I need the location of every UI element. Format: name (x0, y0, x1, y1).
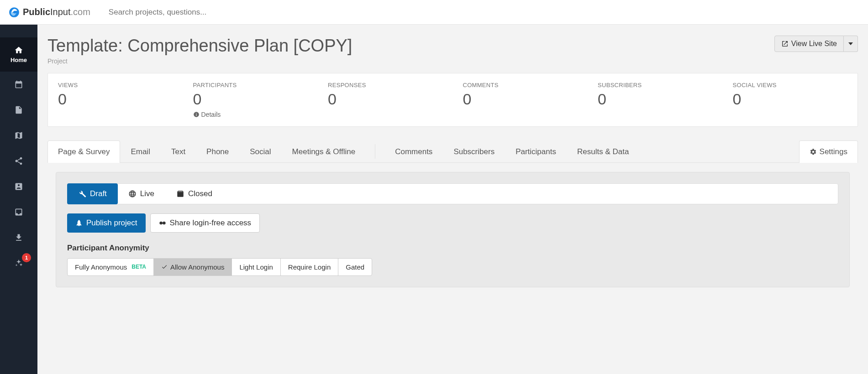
tab-settings-label: Settings (820, 147, 847, 156)
contacts-icon (14, 182, 23, 191)
sidebar-item-map[interactable] (0, 123, 37, 148)
action-row: Publish project Share login-free access (67, 213, 838, 233)
status-closed-button[interactable]: Closed (165, 184, 223, 204)
gear-icon (810, 148, 817, 156)
tools-icon (78, 190, 86, 198)
sidebar-item-calendar[interactable] (0, 72, 37, 97)
tab-text[interactable]: Text (161, 140, 196, 163)
stat-social-views: SOCIAL VIEWS 0 (723, 73, 858, 126)
sidebar-item-home[interactable]: Home (0, 37, 37, 72)
share-label: Share login-free access (170, 218, 252, 228)
anonymity-heading: Participant Anonymity (67, 244, 838, 253)
anon-light-label: Light Login (239, 263, 273, 271)
stat-label: SUBSCRIBERS (598, 82, 713, 88)
sidebar-item-document[interactable] (0, 97, 37, 123)
page-title: Template: Comprehensive Plan [COPY] (47, 36, 352, 57)
stat-value: 0 (598, 90, 713, 108)
anon-require-button[interactable]: Require Login (281, 259, 338, 275)
view-live-btn-group: View Live Site (774, 36, 858, 52)
publish-button[interactable]: Publish project (67, 213, 146, 233)
tab-bar: Page & Survey Email Text Phone Social Me… (47, 140, 858, 163)
home-icon (14, 46, 23, 55)
sparkle-icon (14, 259, 23, 268)
anon-require-label: Require Login (288, 263, 331, 271)
brand-logo-link[interactable]: PublicInput.com (8, 6, 90, 18)
page-header: Template: Comprehensive Plan [COPY] Proj… (37, 36, 868, 73)
status-live-label: Live (140, 189, 154, 198)
stat-views: VIEWS 0 (48, 73, 183, 126)
glasses-icon (159, 219, 166, 227)
calendar-icon (14, 80, 23, 89)
view-live-label: View Live Site (791, 40, 837, 48)
stat-value: 0 (463, 90, 578, 108)
sidebar: Home 1 (0, 25, 37, 374)
tab-page-survey[interactable]: Page & Survey (47, 140, 120, 163)
beta-badge: BETA (132, 264, 146, 270)
search-input[interactable] (109, 8, 337, 17)
stat-details-label: Details (201, 111, 221, 118)
sidebar-item-inbox[interactable] (0, 199, 37, 225)
status-draft-button[interactable]: Draft (67, 183, 118, 204)
status-live-button[interactable]: Live (117, 184, 165, 204)
share-icon (14, 156, 23, 166)
anon-gated-label: Gated (346, 263, 364, 271)
stat-details-button[interactable]: Details (193, 111, 308, 118)
sidebar-item-label: Home (11, 57, 27, 63)
stat-label: COMMENTS (463, 82, 578, 88)
external-link-icon (781, 40, 789, 47)
anon-fully-label: Fully Anonymous (75, 263, 127, 271)
view-live-dropdown-button[interactable] (844, 36, 858, 52)
caret-down-icon (848, 42, 853, 46)
tab-subscribers[interactable]: Subscribers (443, 140, 505, 163)
tab-comments[interactable]: Comments (384, 140, 443, 163)
stats-row: VIEWS 0 PARTICIPANTS 0 Details RESPONSES… (47, 73, 858, 127)
stat-subscribers: SUBSCRIBERS 0 (588, 73, 723, 126)
topbar: PublicInput.com (0, 0, 868, 25)
sidebar-item-share[interactable] (0, 148, 37, 174)
document-icon (14, 105, 23, 114)
status-closed-label: Closed (188, 189, 212, 198)
anon-fully-button[interactable]: Fully Anonymous BETA (68, 259, 154, 275)
stat-responses: RESPONSES 0 (318, 73, 453, 126)
tab-participants[interactable]: Participants (505, 140, 567, 163)
check-icon (161, 264, 168, 270)
tab-social[interactable]: Social (239, 140, 281, 163)
main-content: Template: Comprehensive Plan [COPY] Proj… (37, 25, 868, 374)
status-draft-label: Draft (90, 189, 107, 198)
publish-label: Publish project (86, 218, 137, 228)
download-icon (14, 233, 23, 242)
stat-participants: PARTICIPANTS 0 Details (183, 73, 318, 126)
tab-results[interactable]: Results & Data (567, 140, 639, 163)
tab-meetings[interactable]: Meetings & Offline (282, 140, 366, 163)
stat-label: VIEWS (58, 82, 173, 88)
globe-icon (128, 190, 137, 198)
tab-email[interactable]: Email (120, 140, 161, 163)
stat-label: PARTICIPANTS (193, 82, 308, 88)
stat-value: 0 (58, 90, 173, 108)
stat-comments: COMMENTS 0 (453, 73, 588, 126)
stat-value: 0 (733, 90, 848, 108)
share-access-button[interactable]: Share login-free access (150, 213, 260, 233)
tab-divider (375, 144, 375, 159)
page-subtitle: Project (47, 57, 352, 65)
view-live-site-button[interactable]: View Live Site (774, 36, 844, 52)
stat-value: 0 (193, 90, 308, 108)
anon-light-button[interactable]: Light Login (232, 259, 280, 275)
archive-icon (176, 190, 184, 198)
anon-allow-label: Allow Anonymous (170, 263, 224, 271)
sidebar-item-sparkle[interactable]: 1 (0, 250, 37, 276)
sidebar-item-download[interactable] (0, 225, 37, 250)
stat-value: 0 (328, 90, 443, 108)
inbox-icon (14, 208, 23, 217)
anon-gated-button[interactable]: Gated (338, 259, 372, 275)
brand-text: PublicInput.com (23, 7, 90, 17)
stat-label: RESPONSES (328, 82, 443, 88)
brand-logo-icon (8, 6, 20, 18)
tab-settings[interactable]: Settings (799, 140, 858, 163)
tab-phone[interactable]: Phone (196, 140, 239, 163)
anonymity-options: Fully Anonymous BETA Allow Anonymous Lig… (67, 258, 372, 276)
stat-label: SOCIAL VIEWS (733, 82, 848, 88)
notification-badge: 1 (22, 253, 31, 262)
sidebar-item-contacts[interactable] (0, 174, 37, 199)
anon-allow-button[interactable]: Allow Anonymous (154, 259, 232, 275)
